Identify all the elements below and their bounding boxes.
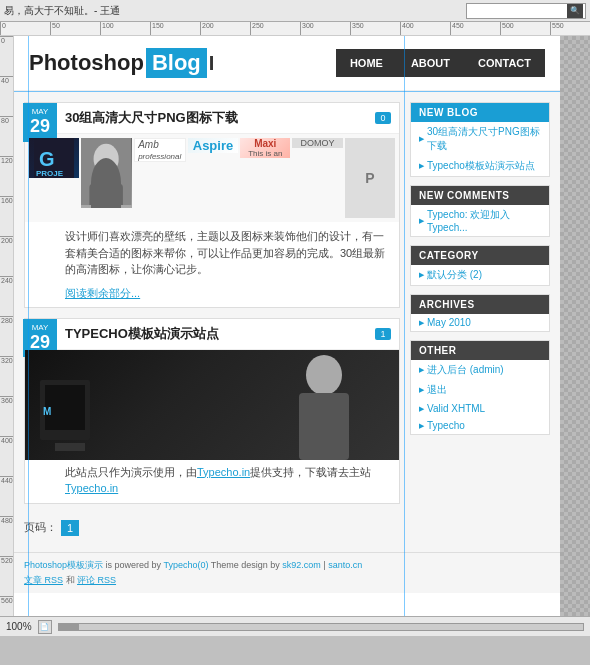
- logo-photoshop: Photoshop: [29, 50, 144, 76]
- ruler-mark: 550: [550, 22, 564, 35]
- sidebar-item-post2[interactable]: Typecho模板站演示站点: [411, 156, 549, 176]
- post-image-g: G PROJE: [29, 138, 79, 178]
- svg-point-4: [94, 144, 119, 174]
- post-images-1: G PROJE Ambprofessiona: [25, 134, 399, 222]
- sidebar-archive1-text: May 2010: [427, 317, 471, 328]
- sidebar-item-admin[interactable]: 进入后台 (admin): [411, 360, 549, 380]
- site-logo: Photoshop Blog I: [29, 48, 214, 78]
- post-footer-2: 此站点只作为演示使用，由Typecho.in提供支持，下载请去主站Typecho…: [25, 460, 399, 503]
- logo-cursor: I: [209, 52, 215, 75]
- post-title-1[interactable]: 30组高清大尺寸PNG图标下载: [65, 109, 238, 127]
- top-bar: 易，高大于不知耻。- 王通 🔍: [0, 0, 590, 22]
- zoom-level: 100%: [6, 621, 32, 632]
- svg-text:G: G: [39, 148, 55, 170]
- sidebar-category1-text: 默认分类 (2): [427, 268, 482, 282]
- post-date-1: MAY 29: [23, 103, 57, 142]
- widget-title-other: OTHER: [411, 341, 549, 360]
- svg-rect-11: [299, 393, 349, 460]
- logo-blog: Blog: [146, 48, 207, 78]
- nav-about[interactable]: ABOUT: [397, 49, 464, 77]
- main-column: MAY 29 30组高清大尺寸PNG图标下载 0 G PROJE: [24, 102, 400, 542]
- page-number-1[interactable]: 1: [61, 520, 79, 536]
- status-bar: 100% 📄: [0, 616, 590, 636]
- post-count-2: 1: [375, 328, 391, 340]
- nav-contact[interactable]: CONTACT: [464, 49, 545, 77]
- post-header-1: 30组高清大尺寸PNG图标下载 0: [25, 103, 399, 134]
- ruler-mark-v: 120: [0, 156, 13, 164]
- typecho-link[interactable]: Typecho.in: [197, 466, 250, 478]
- nav-home[interactable]: HOME: [336, 49, 397, 77]
- widget-new-comments: NEW COMMENTS Typecho: 欢迎加入Typech...: [410, 185, 550, 237]
- post-header-2: TYPECHO模板站演示站点 1: [25, 319, 399, 350]
- post-card-1: MAY 29 30组高清大尺寸PNG图标下载 0 G PROJE: [24, 102, 400, 308]
- ruler-mark: 350: [350, 22, 364, 35]
- canvas-area: 0 40 80 120 160 200 240 280 320 360 400 …: [0, 36, 590, 616]
- post-image-domoy: DOMOY: [292, 138, 342, 148]
- horizontal-scrollbar[interactable]: [58, 623, 584, 631]
- post-image-maxi: Maxi This is an: [240, 138, 290, 158]
- sidebar-xhtml-text: Valid XHTML: [427, 403, 485, 414]
- site-footer: Photoshop模板演示 is powered by Typecho(0) T…: [14, 552, 560, 593]
- sidebar-item-logout[interactable]: 退出: [411, 380, 549, 400]
- ruler-mark: 450: [450, 22, 464, 35]
- sidebar-comment1-text: Typecho: 欢迎加入Typech...: [427, 208, 541, 233]
- post-image-aspire: Aspire: [188, 138, 238, 153]
- post-title-2[interactable]: TYPECHO模板站演示站点: [65, 325, 219, 343]
- widget-title-new-comments: NEW COMMENTS: [411, 186, 549, 205]
- ruler-mark-v: 280: [0, 316, 13, 324]
- top-bar-text: 易，高大于不知耻。- 王通: [4, 4, 466, 18]
- search-button[interactable]: 🔍: [567, 4, 583, 18]
- sidebar-admin-text: 进入后台 (admin): [427, 363, 504, 377]
- ruler-mark: 200: [200, 22, 214, 35]
- post-excerpt-1: 设计师们喜欢漂亮的壁纸，主题以及图标来装饰他们的设计，有一套精美合适的图标来帮你…: [25, 222, 399, 284]
- sidebar-post1-text: 30组高清大尺寸PNG图标下载: [427, 125, 541, 153]
- ruler-marks: 0 50 100 150 200 250 300 350 400 450 500…: [0, 22, 590, 35]
- ruler-mark: 300: [300, 22, 314, 35]
- pagination-label: 页码：: [24, 520, 57, 535]
- footer-rss: 文章 RSS 和 评论 RSS: [24, 574, 550, 587]
- svg-text:PROJE: PROJE: [36, 169, 64, 178]
- sidebar-item-category1[interactable]: 默认分类 (2): [411, 265, 549, 285]
- sidebar-item-archive1[interactable]: May 2010: [411, 314, 549, 331]
- footer-link-typecho[interactable]: Typecho(0): [163, 560, 208, 570]
- sidebar-typecho-text: Typecho: [427, 420, 465, 431]
- widget-new-blog: NEW BLOG 30组高清大尺寸PNG图标下载 Typecho模板站演示站点: [410, 102, 550, 177]
- ruler-mark: 400: [400, 22, 414, 35]
- ruler-mark-v: 560: [0, 596, 13, 604]
- post-image-dark-bg: M: [25, 350, 399, 460]
- sidebar-item-post1[interactable]: 30组高清大尺寸PNG图标下载: [411, 122, 549, 156]
- sidebar-item-typecho[interactable]: Typecho: [411, 417, 549, 434]
- widget-title-archives: ARCHIVES: [411, 295, 549, 314]
- footer-link-sk92[interactable]: sk92.com: [282, 560, 321, 570]
- post-image-p: P: [345, 138, 395, 218]
- search-box[interactable]: 🔍: [466, 3, 586, 19]
- ruler-mark-v: 400: [0, 436, 13, 444]
- post-readmore-1[interactable]: 阅读剩余部分...: [25, 284, 399, 307]
- ruler-mark-v: 40: [0, 76, 13, 84]
- footer-link-santo[interactable]: santo.cn: [328, 560, 362, 570]
- sidebar-item-xhtml[interactable]: Valid XHTML: [411, 400, 549, 417]
- typecho-main-link[interactable]: Typecho.in: [65, 482, 118, 494]
- ruler-mark: 50: [50, 22, 60, 35]
- post-card-2: MAY 29 TYPECHO模板站演示站点 1: [24, 318, 400, 504]
- widget-title-category: CATEGORY: [411, 246, 549, 265]
- ruler-mark-v: 80: [0, 116, 13, 124]
- ruler-mark-v: 200: [0, 236, 13, 244]
- website-canvas: Photoshop Blog I HOME ABOUT CONTACT MAY …: [14, 36, 560, 616]
- sidebar-logout-text: 退出: [427, 383, 447, 397]
- ruler-mark-v: 360: [0, 396, 13, 404]
- footer-rss-article[interactable]: 文章 RSS: [24, 575, 63, 585]
- svg-rect-5: [90, 184, 124, 205]
- post-day-1: 29: [25, 116, 55, 138]
- post-month-1: MAY: [25, 107, 55, 116]
- content-area: MAY 29 30组高清大尺寸PNG图标下载 0 G PROJE: [14, 92, 560, 552]
- footer-link-photoshop[interactable]: Photoshop模板演示: [24, 560, 103, 570]
- post-images-2: M: [25, 350, 399, 460]
- widget-category: CATEGORY 默认分类 (2): [410, 245, 550, 286]
- site-header: Photoshop Blog I HOME ABOUT CONTACT: [14, 36, 560, 92]
- scrollbar-thumb[interactable]: [59, 624, 79, 630]
- footer-rss-comment[interactable]: 评论 RSS: [77, 575, 116, 585]
- post-month-2: MAY: [25, 323, 55, 332]
- sidebar-item-comment1[interactable]: Typecho: 欢迎加入Typech...: [411, 205, 549, 236]
- ruler-mark: 150: [150, 22, 164, 35]
